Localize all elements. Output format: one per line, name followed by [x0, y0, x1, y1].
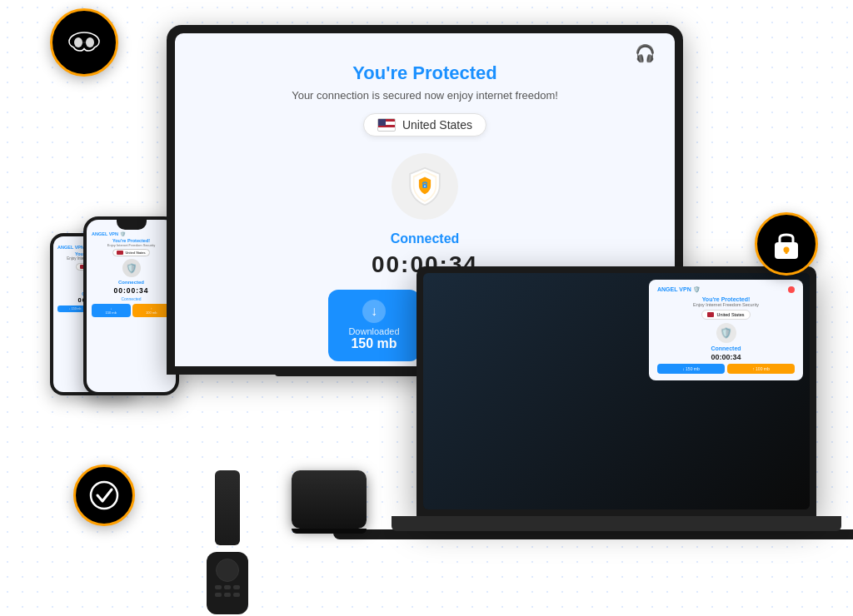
tv-subtitle: Your connection is secured now enjoy int…	[292, 89, 558, 102]
firestick-device	[207, 470, 248, 614]
mini-download: ↓ 150 mb	[657, 364, 725, 374]
headphone-icon: 🎧	[635, 43, 658, 67]
mini-connected: Connected	[657, 345, 795, 351]
laptop-screen-inner: ANGEL VPN 🛡️ You're Protected! Enjoy Int…	[423, 273, 810, 509]
mini-sub: Enjoy Internet Freedom Security	[657, 302, 795, 307]
remote-btn-3	[233, 585, 240, 589]
mini-flag	[707, 312, 714, 317]
location-text: United States	[402, 118, 472, 132]
main-scene: 🎧 You're Protected Your connection is se…	[0, 0, 853, 616]
checkmark-icon	[87, 479, 121, 512]
mini-title: You're Protected!	[657, 296, 795, 302]
phone-front: ANGEL VPN 🛡️ You're Protected! Enjoy Int…	[83, 216, 179, 395]
remote-btn-1	[215, 585, 222, 589]
remote-btn-4	[215, 593, 222, 597]
svg-point-3	[86, 37, 94, 47]
location-badge[interactable]: United States	[363, 113, 486, 137]
check-bubble	[73, 464, 135, 526]
remote-circle-pad	[216, 559, 239, 582]
appletv-box	[292, 470, 367, 529]
remote-btn-2	[224, 585, 231, 589]
appletv-base	[292, 529, 367, 534]
tv-protected-title: You're Protected	[352, 62, 497, 84]
phone-front-screen: ANGEL VPN 🛡️ You're Protected! Enjoy Int…	[87, 220, 176, 392]
remote-buttons-2	[215, 593, 240, 597]
us-flag-icon	[377, 118, 396, 132]
shield-container	[392, 153, 458, 220]
phone-notch	[117, 216, 147, 230]
mini-location-badge: United States	[701, 310, 750, 320]
download-stat-card: ↓ Downloaded 150 mb	[328, 290, 420, 361]
mini-shield: 🛡️	[716, 323, 736, 343]
lock-icon	[770, 227, 803, 261]
remote-btn-6	[233, 593, 240, 597]
download-value: 150 mb	[351, 336, 397, 351]
mask-icon	[67, 26, 101, 59]
firestick-remote	[207, 552, 248, 614]
mini-app-header: ANGEL VPN 🛡️	[657, 286, 795, 293]
mini-location: United States	[716, 312, 744, 317]
mini-logo: ANGEL VPN 🛡️	[657, 286, 701, 293]
mini-timer: 00:00:34	[657, 353, 795, 361]
laptop-screen: ANGEL VPN 🛡️ You're Protected! Enjoy Int…	[423, 273, 810, 509]
download-icon: ↓	[362, 300, 386, 323]
firestick-dongle	[215, 470, 240, 545]
mini-upload: ↑ 100 mb	[727, 364, 795, 374]
lock-bubble	[755, 212, 818, 276]
svg-point-1	[424, 186, 426, 187]
svg-point-7	[91, 482, 117, 509]
mask-bubble	[50, 8, 118, 77]
remote-buttons	[215, 585, 240, 589]
mini-stats: ↓ 150 mb ↑ 100 mb	[657, 364, 795, 374]
svg-point-2	[74, 37, 82, 47]
download-label: Downloaded	[348, 326, 399, 336]
laptop-frame: ANGEL VPN 🛡️ You're Protected! Enjoy Int…	[417, 266, 816, 516]
mini-close-button[interactable]	[788, 286, 795, 293]
laptop-mini-app: ANGEL VPN 🛡️ You're Protected! Enjoy Int…	[649, 280, 803, 380]
appletv-device	[292, 470, 367, 534]
remote-btn-5	[224, 593, 231, 597]
svg-rect-6	[786, 250, 788, 254]
shield-icon	[405, 166, 445, 206]
laptop-bottom-bezel	[392, 516, 841, 531]
connected-label: Connected	[391, 231, 460, 246]
